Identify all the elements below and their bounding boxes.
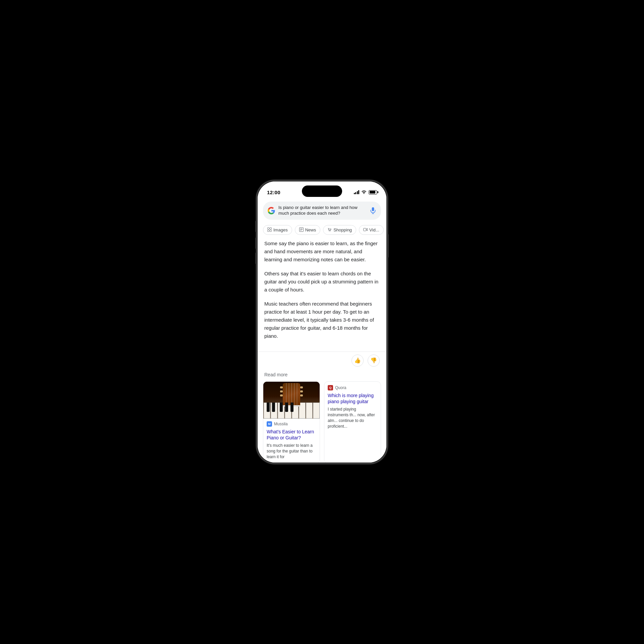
search-box[interactable]: Is piano or guitar easier to learn and h…	[263, 202, 381, 220]
tab-videos[interactable]: Vid...	[359, 225, 383, 235]
card-mussila-source: M Mussila	[263, 419, 320, 428]
svg-point-12	[330, 230, 331, 231]
tab-news-label: News	[305, 227, 316, 232]
svg-rect-0	[372, 207, 374, 211]
google-logo-icon	[268, 207, 275, 214]
quora-source-name: Quora	[335, 385, 346, 390]
card-mussila-image	[263, 382, 320, 419]
phone-frame: 12:00	[257, 180, 387, 464]
read-more-link[interactable]: Read more	[258, 372, 386, 381]
images-tab-icon	[267, 227, 272, 232]
main-content: Some say the piano is easier to learn, a…	[258, 238, 386, 352]
svg-rect-5	[268, 230, 269, 231]
news-tab-icon	[299, 227, 304, 232]
phone-content[interactable]: Is piano or guitar easier to learn and h…	[258, 198, 386, 463]
svg-rect-6	[270, 230, 272, 231]
tab-news[interactable]: News	[295, 225, 321, 235]
shopping-tab-icon	[327, 227, 332, 232]
piano-guitar-image	[263, 382, 320, 419]
signal-icon	[354, 190, 360, 194]
mic-icon[interactable]	[370, 207, 376, 214]
paragraph-3: Music teachers often recommend that begi…	[264, 300, 380, 340]
mussila-source-icon: M	[267, 421, 272, 427]
card-mussila-title[interactable]: What's Easier to Learn Piano or Guitar?	[263, 428, 320, 443]
thumbs-up-button[interactable]: 👍	[352, 355, 364, 367]
phone-screen: 12:00	[258, 181, 386, 463]
card-quora-snippet: I started playing instruments th... now,…	[324, 407, 381, 432]
card-quora[interactable]: Q Quora Which is more playing piano play…	[324, 381, 381, 463]
tab-images-label: Images	[273, 227, 288, 232]
feedback-row: 👍 👎	[258, 352, 386, 369]
status-bar: 12:00	[258, 181, 386, 198]
paragraph-2: Others say that it's easier to learn cho…	[264, 270, 380, 294]
battery-icon	[369, 190, 377, 195]
quora-icon-letter: Q	[329, 386, 331, 389]
status-time: 12:00	[267, 190, 280, 195]
card-mussila-snippet: It's much easier to learn a song for the…	[263, 443, 320, 463]
card-quora-title[interactable]: Which is more playing piano playing guit…	[324, 392, 381, 407]
svg-rect-4	[270, 227, 272, 229]
filter-tabs: Images News Shopping	[258, 223, 386, 238]
svg-rect-3	[268, 227, 269, 229]
search-query-text: Is piano or guitar easier to learn and h…	[278, 205, 366, 216]
tab-videos-label: Vid...	[369, 227, 379, 232]
status-icons	[354, 190, 377, 195]
mussila-icon-letter: M	[268, 422, 271, 426]
wifi-icon	[361, 190, 367, 195]
tab-shopping[interactable]: Shopping	[323, 225, 356, 235]
quora-source-row: Q Quora	[324, 382, 381, 392]
mussila-source-name: Mussila	[274, 422, 288, 426]
tab-shopping-label: Shopping	[333, 227, 352, 232]
svg-point-11	[329, 230, 330, 231]
tab-images[interactable]: Images	[263, 225, 292, 235]
cards-section: M Mussila What's Easier to Learn Piano o…	[258, 381, 386, 463]
search-bar-container[interactable]: Is piano or guitar easier to learn and h…	[258, 198, 386, 223]
card-mussila[interactable]: M Mussila What's Easier to Learn Piano o…	[263, 381, 320, 463]
thumbs-down-button[interactable]: 👎	[368, 355, 380, 367]
quora-source-icon: Q	[328, 385, 333, 390]
svg-rect-13	[364, 228, 366, 231]
dynamic-island	[302, 185, 342, 197]
paragraph-1: Some say the piano is easier to learn, a…	[264, 239, 380, 264]
videos-tab-icon	[363, 227, 368, 232]
